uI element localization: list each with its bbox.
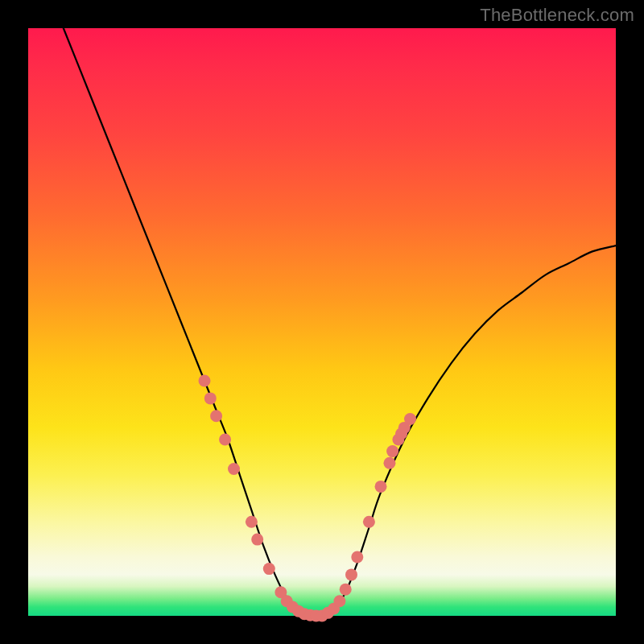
scatter-dot: [375, 481, 387, 493]
scatter-dot: [251, 534, 263, 546]
scatter-dot: [404, 413, 416, 425]
scatter-dot: [210, 410, 222, 422]
watermark-text: TheBottleneck.com: [480, 5, 634, 26]
scatter-points: [199, 375, 417, 622]
scatter-dot: [340, 584, 352, 596]
scatter-dot: [199, 375, 211, 387]
scatter-dot: [263, 563, 275, 575]
scatter-dot: [345, 568, 357, 580]
scatter-dot: [363, 516, 375, 528]
scatter-dot: [219, 434, 231, 446]
scatter-dot: [333, 595, 345, 607]
scatter-dot: [386, 445, 398, 457]
scatter-dot: [228, 463, 240, 475]
chart-frame: TheBottleneck.com: [0, 0, 644, 644]
bottleneck-curve: [64, 28, 616, 617]
scatter-dot: [351, 551, 363, 564]
scatter-dot: [246, 516, 258, 528]
scatter-dot: [383, 457, 395, 469]
scatter-dot: [204, 392, 217, 404]
chart-overlay: [28, 28, 616, 616]
